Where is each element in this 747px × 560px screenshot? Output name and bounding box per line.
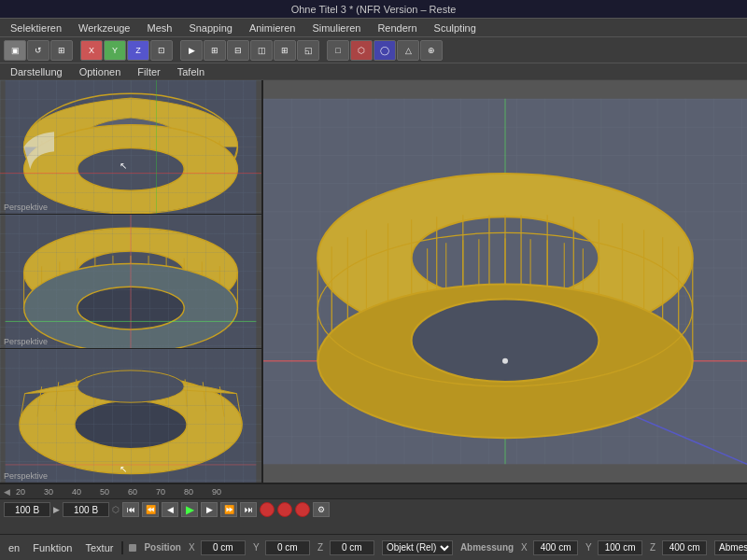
viewport-bottom-left[interactable]: ↖ Perspektive bbox=[0, 349, 261, 483]
btn-first[interactable]: ⏮ bbox=[122, 502, 139, 517]
abm-z-input[interactable] bbox=[662, 540, 707, 555]
tick-30: 30 bbox=[44, 487, 53, 497]
menu-animieren[interactable]: Animieren bbox=[247, 21, 299, 35]
svg-point-19 bbox=[78, 147, 184, 190]
bottom-right: Position X Y Z Objekt (Rel) Abmessung X … bbox=[123, 540, 747, 555]
tool-cam5[interactable]: ⊞ bbox=[274, 40, 296, 61]
position-label: Position bbox=[144, 542, 180, 553]
coord-z: Z bbox=[317, 540, 374, 555]
tick-50: 50 bbox=[100, 487, 109, 497]
sub-darstellung[interactable]: Darstellung bbox=[7, 65, 65, 78]
main-viewport[interactable] bbox=[263, 80, 747, 483]
title-bar: Ohne Titel 3 * (NFR Version – Reste bbox=[0, 0, 747, 19]
tool-y[interactable]: Y bbox=[104, 40, 126, 61]
tool-cam2[interactable]: ⊞ bbox=[204, 40, 226, 61]
tool-obj1[interactable]: □ bbox=[327, 40, 349, 61]
timeline-controls: ▶ ⬡ ⏮ ⏪ ◀ ▶ ▶ ⏩ ⏭ ⚙ bbox=[0, 499, 747, 520]
title-text: Ohne Titel 3 * (NFR Version – Reste bbox=[291, 4, 457, 15]
btn-prev[interactable]: ◀ bbox=[162, 502, 178, 517]
menu-mesh[interactable]: Mesh bbox=[144, 21, 175, 35]
tool-z[interactable]: Z bbox=[127, 40, 149, 61]
tool-group-3: ▶ ⊞ ⊟ ◫ ⊞ ◱ bbox=[180, 40, 319, 61]
tool-cam3[interactable]: ⊟ bbox=[227, 40, 249, 61]
abm-x-label: X bbox=[521, 542, 530, 553]
sub-menu: Darstellung Optionen Filter Tafeln bbox=[0, 63, 747, 80]
abm-y-label: Y bbox=[585, 542, 595, 553]
tool-cam1[interactable]: ▶ bbox=[180, 40, 203, 61]
btn-record2[interactable] bbox=[277, 502, 292, 517]
tool-world[interactable]: ⊡ bbox=[150, 40, 173, 61]
btn-settings[interactable]: ⚙ bbox=[313, 502, 330, 517]
abmessung-label: Abmessung bbox=[460, 542, 514, 553]
viewport-top-left[interactable]: ↖ Perspektive bbox=[0, 80, 261, 215]
svg-text:↖: ↖ bbox=[120, 161, 127, 171]
tool-select[interactable]: ▣ bbox=[4, 40, 26, 61]
coord-x: X bbox=[189, 540, 246, 555]
end-frame-input[interactable] bbox=[63, 502, 109, 517]
tick-80: 80 bbox=[184, 487, 193, 497]
vp-label-1: Perspektive bbox=[4, 203, 48, 212]
tool-rotate[interactable]: ↺ bbox=[27, 40, 49, 61]
btn-record1[interactable] bbox=[260, 502, 275, 517]
btn-last[interactable]: ⏭ bbox=[240, 502, 257, 517]
object-dropdown[interactable]: Objekt (Rel) bbox=[382, 540, 453, 555]
y-label: Y bbox=[253, 542, 262, 553]
abm-y-input[interactable] bbox=[598, 540, 642, 555]
timeline-ruler: ◀ 20 30 40 50 60 70 80 90 bbox=[0, 484, 747, 499]
sub-optionen[interactable]: Optionen bbox=[77, 65, 124, 78]
left-panels: ↖ Perspektive bbox=[0, 80, 263, 483]
menu-snapping[interactable]: Snapping bbox=[186, 21, 235, 35]
vp-label-3: Perspektive bbox=[4, 471, 48, 481]
abm-x: X bbox=[521, 540, 578, 555]
menu-bar: Selektieren Werkzeuge Mesh Snapping Anim… bbox=[0, 19, 747, 37]
z-input[interactable] bbox=[330, 540, 374, 555]
bottom-textur[interactable]: Textur bbox=[82, 541, 116, 554]
menu-simulieren[interactable]: Simulieren bbox=[309, 21, 363, 35]
bottom-en[interactable]: en bbox=[6, 541, 22, 554]
abmessung-dropdown[interactable]: Abmessung bbox=[714, 540, 747, 555]
tool-cam4[interactable]: ◫ bbox=[250, 40, 273, 61]
abm-z: Z bbox=[650, 540, 707, 555]
tool-scale[interactable]: ⊞ bbox=[50, 40, 73, 61]
bottom-funktion[interactable]: Funktion bbox=[30, 541, 75, 554]
tool-obj4[interactable]: △ bbox=[397, 40, 419, 61]
position-icon bbox=[129, 544, 136, 552]
abm-z-label: Z bbox=[650, 542, 659, 553]
toolbar: ▣ ↺ ⊞ X Y Z ⊡ ▶ ⊞ ⊟ ◫ ⊞ ◱ □ ⬡ ◯ △ ⊕ bbox=[0, 37, 747, 63]
tool-group-4: □ ⬡ ◯ △ ⊕ bbox=[327, 40, 443, 61]
sub-filter[interactable]: Filter bbox=[134, 65, 162, 78]
z-label: Z bbox=[317, 542, 327, 553]
sub-tafeln[interactable]: Tafeln bbox=[175, 65, 207, 78]
current-frame-input[interactable] bbox=[4, 502, 50, 517]
tool-obj5[interactable]: ⊕ bbox=[420, 40, 443, 61]
abm-x-input[interactable] bbox=[533, 540, 578, 555]
btn-next-key[interactable]: ⏩ bbox=[220, 502, 237, 517]
btn-record3[interactable] bbox=[295, 502, 310, 517]
svg-point-43 bbox=[75, 400, 187, 448]
tool-group-1: ▣ ↺ ⊞ bbox=[4, 40, 73, 61]
tool-obj3[interactable]: ◯ bbox=[374, 40, 396, 61]
btn-next[interactable]: ▶ bbox=[201, 502, 218, 517]
tick-60: 60 bbox=[128, 487, 137, 497]
tool-x[interactable]: X bbox=[80, 40, 103, 61]
btn-prev-key[interactable]: ⏪ bbox=[142, 502, 159, 517]
tick-70: 70 bbox=[156, 487, 165, 497]
tool-cam6[interactable]: ◱ bbox=[297, 40, 319, 61]
timeline: ◀ 20 30 40 50 60 70 80 90 ▶ ⬡ ⏮ ⏪ ◀ ▶ ▶ … bbox=[0, 483, 747, 534]
menu-sculpting[interactable]: Sculpting bbox=[431, 21, 479, 35]
vp-label-2: Perspektive bbox=[4, 337, 48, 346]
svg-point-98 bbox=[412, 300, 599, 382]
x-label: X bbox=[189, 542, 198, 553]
btn-play[interactable]: ▶ bbox=[181, 502, 198, 517]
y-input[interactable] bbox=[265, 540, 310, 555]
tick-40: 40 bbox=[72, 487, 81, 497]
x-input[interactable] bbox=[201, 540, 246, 555]
menu-selektieren[interactable]: Selektieren bbox=[7, 21, 64, 35]
menu-werkzeuge[interactable]: Werkzeuge bbox=[76, 21, 133, 35]
viewport-middle-left[interactable]: Perspektive bbox=[0, 215, 261, 349]
tick-20: 20 bbox=[16, 487, 25, 497]
svg-text:↖: ↖ bbox=[120, 464, 127, 474]
tool-group-2: X Y Z ⊡ bbox=[80, 40, 173, 61]
menu-rendern[interactable]: Rendern bbox=[374, 21, 419, 35]
tool-obj2[interactable]: ⬡ bbox=[350, 40, 373, 61]
